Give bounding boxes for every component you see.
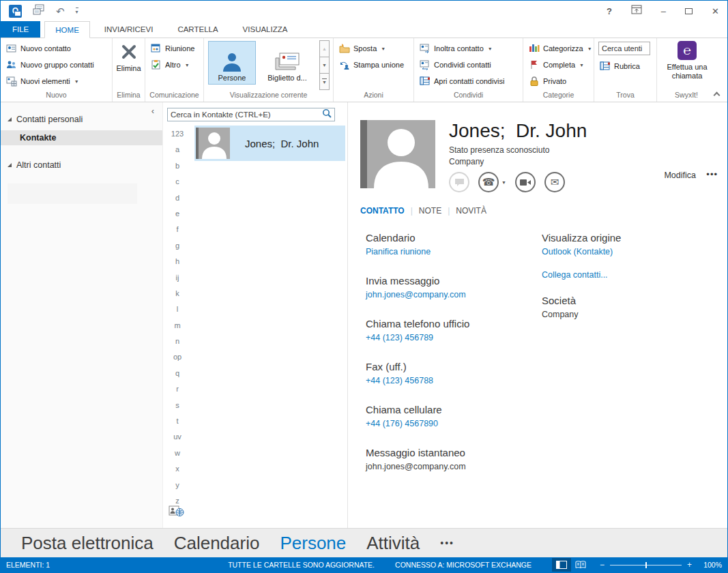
index-letter[interactable]: t	[176, 417, 178, 425]
index-letter[interactable]: k	[175, 289, 179, 297]
make-call-button[interactable]: ℮ Effettua una chiamata	[661, 41, 713, 80]
index-letter[interactable]: h	[175, 257, 179, 265]
gallery-scroll-down-icon[interactable]: ▼	[319, 57, 330, 74]
index-letter[interactable]: s	[175, 401, 179, 409]
address-book-button[interactable]: Rubrica	[598, 58, 654, 74]
zoom-out-icon[interactable]: −	[600, 560, 605, 570]
index-letter[interactable]: q	[175, 369, 179, 377]
nav-calendar[interactable]: Calendario	[174, 533, 260, 554]
new-items-button[interactable]: Nuovi elementi ▼	[5, 73, 109, 89]
close-icon[interactable]: ✕	[712, 7, 719, 16]
tab-whats-new[interactable]: NOVITÀ	[456, 206, 486, 216]
index-letter[interactable]: d	[175, 194, 179, 202]
private-button[interactable]: Privato	[527, 73, 591, 89]
index-letter[interactable]: 123	[171, 130, 184, 138]
open-shared-contacts-button[interactable]: Apri contatti condivisi	[418, 73, 520, 89]
index-letter[interactable]: x	[175, 465, 179, 473]
folder-kontakte[interactable]: Kontakte	[1, 130, 162, 145]
ribbon-display-options-icon[interactable]	[631, 5, 642, 17]
send-receive-icon[interactable]	[33, 4, 45, 18]
share-contacts-button[interactable]: Condividi contatti	[418, 57, 520, 73]
mail-merge-button[interactable]: Stampa unione	[338, 57, 411, 73]
call-options-arrow-icon[interactable]: ▼	[501, 180, 506, 185]
more-options-icon[interactable]: •••	[706, 169, 718, 179]
email-link[interactable]: john.jones@company.com	[366, 290, 542, 299]
nav-tasks[interactable]: Attività	[366, 533, 420, 554]
index-letter[interactable]: b	[175, 162, 179, 170]
tab-notes[interactable]: NOTE	[419, 206, 441, 216]
maximize-icon[interactable]	[685, 8, 693, 14]
tab-send-receive[interactable]: INVIA/RICEVI	[94, 21, 164, 38]
index-letter[interactable]: y	[175, 481, 179, 489]
index-letter[interactable]: f	[176, 225, 178, 233]
help-icon[interactable]: ?	[607, 7, 612, 16]
meeting-button[interactable]: Riunione	[149, 40, 201, 57]
section-other-contacts[interactable]: Altri contatti	[8, 158, 162, 173]
delete-button[interactable]: Elimina	[113, 38, 145, 90]
view-people-button[interactable]: Persone	[208, 41, 256, 85]
nav-people[interactable]: Persone	[280, 533, 346, 554]
more-communication-button[interactable]: Altro ▼	[149, 57, 201, 73]
undo-icon[interactable]: ↶	[56, 6, 65, 16]
zoom-in-icon[interactable]: +	[687, 560, 692, 570]
contact-list-item[interactable]: Jones; Dr. John	[194, 126, 345, 161]
normal-view-icon[interactable]	[552, 558, 571, 572]
edit-contact-link[interactable]: Modifica	[664, 171, 696, 180]
search-people-box[interactable]: Cerca utenti	[598, 42, 650, 55]
gallery-more-icon[interactable]: ▼	[319, 73, 330, 90]
nav-more-icon[interactable]: •••	[440, 538, 454, 548]
zoom-slider-thumb[interactable]	[645, 562, 647, 568]
tab-contact[interactable]: CONTATTO	[360, 206, 405, 216]
index-letter[interactable]: n	[175, 337, 179, 345]
move-button[interactable]: Sposta ▼	[338, 40, 411, 57]
index-letter[interactable]: m	[174, 321, 180, 329]
work-phone-link[interactable]: +44 (123) 456789	[366, 333, 542, 342]
chat-icon[interactable]	[449, 172, 469, 192]
gallery-scroll-up-icon[interactable]: ▲	[319, 40, 330, 57]
schedule-meeting-link[interactable]: Pianifica riunione	[366, 247, 542, 256]
categorize-button[interactable]: Categorizza ▼	[527, 40, 591, 57]
index-letter[interactable]: op	[173, 353, 181, 361]
index-letter[interactable]: uv	[173, 432, 181, 441]
call-icon[interactable]: ☎	[478, 172, 499, 192]
mobile-link[interactable]: +44 (176) 4567890	[366, 419, 542, 428]
forward-contact-button[interactable]: Inoltra contatto ▼	[418, 40, 520, 57]
index-letter[interactable]: r	[176, 385, 179, 393]
index-letter[interactable]: l	[177, 305, 178, 313]
directory-search-icon[interactable]	[169, 505, 185, 520]
minimize-icon[interactable]: –	[661, 7, 666, 16]
email-icon[interactable]: ✉	[544, 172, 565, 192]
address-book-icon	[600, 61, 611, 72]
fax-link[interactable]: +44 (123) 456788	[366, 376, 542, 385]
customize-quick-access-icon[interactable]: ▾	[76, 8, 78, 15]
index-letter[interactable]: w	[175, 449, 180, 457]
video-call-icon[interactable]	[515, 172, 536, 192]
tab-folder[interactable]: CARTELLA	[167, 21, 228, 38]
link-contacts-link[interactable]: Collega contatti...	[542, 270, 727, 280]
index-letter[interactable]: a	[175, 145, 179, 153]
search-contacts-box[interactable]	[167, 108, 335, 121]
zoom-slider[interactable]	[610, 565, 682, 565]
group-actions-label: Azioni	[334, 90, 413, 102]
new-contact-button[interactable]: Nuovo contatto	[5, 40, 109, 57]
minimize-folder-pane-icon[interactable]: ‹	[151, 106, 154, 116]
new-contact-group-button[interactable]: Nuovo gruppo contatti	[5, 57, 109, 73]
follow-up-button[interactable]: Completa ▼	[527, 57, 591, 73]
nav-mail[interactable]: Posta elettronica	[21, 533, 154, 554]
view-business-card-button[interactable]: Biglietto d...	[258, 41, 317, 85]
search-icon[interactable]	[322, 108, 332, 121]
tab-file[interactable]: FILE	[1, 21, 40, 38]
index-letter[interactable]: g	[175, 241, 179, 250]
reading-view-icon[interactable]	[571, 558, 590, 572]
search-contacts-input[interactable]	[168, 111, 322, 119]
source-link[interactable]: Outlook (Kontakte)	[542, 247, 727, 256]
tab-home[interactable]: HOME	[44, 21, 90, 38]
index-letter[interactable]: c	[175, 177, 179, 186]
zoom-level[interactable]: 100%	[699, 561, 722, 569]
index-letter[interactable]: e	[175, 209, 179, 218]
delete-label: Elimina	[116, 64, 141, 72]
section-my-contacts[interactable]: Contatti personali	[8, 112, 162, 127]
index-letter[interactable]: z	[175, 497, 179, 505]
tab-view[interactable]: VISUALIZZA	[233, 21, 298, 38]
index-letter[interactable]: ij	[176, 274, 179, 282]
